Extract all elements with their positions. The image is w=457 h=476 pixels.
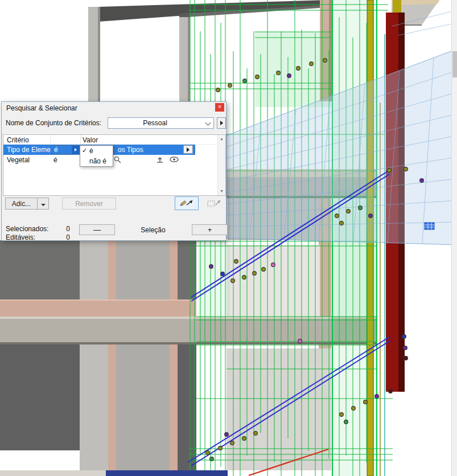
- criterion-value: os Tipos: [118, 146, 143, 154]
- scroll-down-icon[interactable]: ▾: [218, 189, 225, 194]
- criterion-name: Vegetal: [7, 156, 30, 164]
- triangle-right-icon: [187, 147, 190, 152]
- header-divider: [80, 135, 81, 145]
- dropdown-item-label: é: [89, 147, 93, 155]
- add-button[interactable]: Adic...: [5, 198, 38, 210]
- magnifier-icon[interactable]: [114, 156, 121, 163]
- close-button[interactable]: ×: [215, 103, 224, 112]
- column-header-criterio: Critério: [7, 136, 29, 144]
- deselect-button[interactable]: —: [79, 224, 115, 235]
- criteria-set-value: Pessoal: [108, 119, 202, 127]
- triangle-right-icon: [75, 148, 77, 151]
- pick-up-icon[interactable]: [156, 156, 164, 163]
- remove-button[interactable]: Remover: [62, 198, 116, 210]
- selected-count: 0: [60, 225, 70, 233]
- list-header: Critério Valor: [3, 135, 217, 145]
- bottom-strip: [0, 470, 106, 476]
- select-button[interactable]: +: [192, 224, 228, 235]
- combo-open-button[interactable]: [72, 146, 79, 154]
- criterion-name: Tipo de Eleme...: [7, 146, 56, 154]
- pick-element-button[interactable]: [175, 196, 199, 210]
- dialog-title: Pesquisar & Selecionar: [6, 104, 77, 112]
- find-select-dialog: Pesquisar & Selecionar × Nome de Conjunt…: [1, 101, 227, 241]
- operator-dropdown: ✓ é não é: [80, 145, 113, 167]
- marquee-pick-button[interactable]: [202, 196, 226, 210]
- plane-grid-handle-icon[interactable]: [425, 223, 434, 229]
- check-icon: ✓: [82, 147, 87, 154]
- value-flyout-button[interactable]: [183, 145, 193, 154]
- editables-count: 0: [60, 233, 70, 241]
- editables-label: Editáveis:: [6, 233, 35, 241]
- criteria-set-label: Nome de Conjunto de Critérios:: [6, 119, 101, 127]
- criteria-set-row: Nome de Conjunto de Critérios: Pessoal: [2, 117, 226, 130]
- selected-label: Selecionados:: [6, 225, 48, 233]
- list-scrollbar[interactable]: ▴ ▾: [217, 135, 225, 195]
- marquee-arrow-icon: [207, 199, 221, 208]
- scroll-up-icon[interactable]: ▴: [218, 137, 225, 141]
- app-window: Pesquisar & Selecionar × Nome de Conjunt…: [0, 0, 457, 476]
- dropdown-item-label: não é: [89, 157, 106, 165]
- criteria-set-flyout-button[interactable]: [217, 117, 226, 129]
- dialog-titlebar[interactable]: Pesquisar & Selecionar ×: [2, 102, 226, 114]
- operator-value: é: [54, 146, 58, 154]
- eye-icon[interactable]: [170, 156, 179, 163]
- bottom-blue-bar: [106, 470, 228, 476]
- triangle-down-icon: [41, 204, 46, 206]
- operator-combo[interactable]: é: [51, 145, 80, 154]
- column-header-valor: Valor: [83, 136, 98, 144]
- criteria-set-combo[interactable]: Pessoal: [108, 117, 214, 129]
- header-divider: [50, 135, 51, 145]
- viewport-scrollbar[interactable]: [451, 0, 457, 476]
- viewport-scrollbar-thumb[interactable]: [452, 51, 457, 77]
- operator-value: é: [53, 156, 57, 164]
- criteria-list: Critério Valor Tipo de Eleme... é os Tip…: [3, 134, 226, 196]
- dropdown-item-e[interactable]: ✓ é: [80, 146, 113, 156]
- selection-label: Seleção: [123, 226, 183, 234]
- close-icon: ×: [218, 103, 221, 110]
- triangle-right-icon: [220, 121, 223, 125]
- add-dropdown-button[interactable]: [37, 198, 49, 210]
- pencil-arrow-icon: [179, 199, 194, 208]
- dropdown-item-nao-e[interactable]: não é: [80, 156, 113, 166]
- chevron-down-icon: [205, 120, 211, 126]
